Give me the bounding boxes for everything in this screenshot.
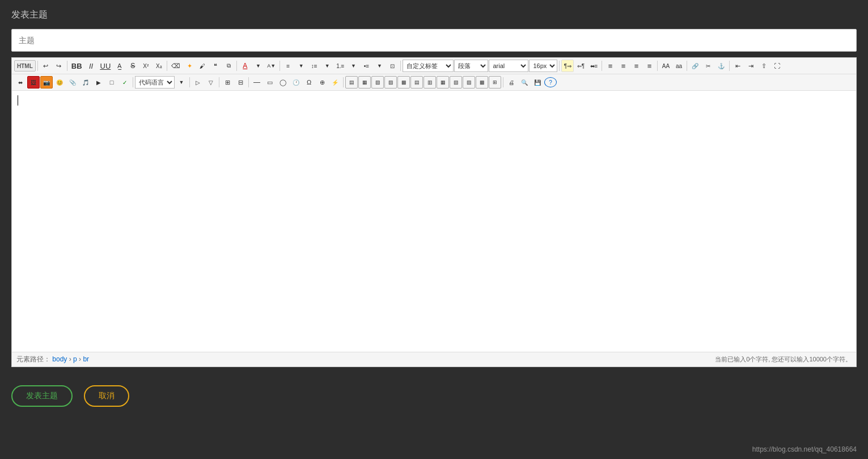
font-size-select[interactable]: 16px — [529, 60, 557, 72]
fullwidth-justify[interactable]: ⬌≡ — [587, 60, 600, 72]
html-mode-button[interactable]: HTML — [14, 60, 36, 71]
circle-button[interactable]: ◯ — [277, 76, 289, 89]
list-ul-button[interactable]: •≡ — [360, 60, 372, 72]
table-btn-7[interactable]: ▥ — [424, 76, 436, 89]
attachment-button[interactable]: 📎 — [66, 76, 79, 89]
editor-body[interactable] — [12, 91, 856, 352]
table-btn-3[interactable]: ▧ — [371, 76, 384, 89]
emoji-button[interactable]: 😊 — [53, 76, 66, 89]
table-btn-10[interactable]: ▨ — [463, 76, 475, 89]
font-bg-button[interactable]: A▼ — [265, 60, 278, 72]
align-horiz-button[interactable]: ⬌ — [14, 76, 27, 89]
subscript-button[interactable]: X₂ — [153, 60, 165, 72]
table-ops-button[interactable]: ⊟ — [234, 76, 247, 89]
custom-tag-select[interactable]: 自定义标签 — [403, 60, 454, 72]
sep-r2-5 — [343, 77, 344, 87]
list-ol-dropdown[interactable]: ▼ — [347, 60, 359, 72]
indent-right-button[interactable]: ⇥ — [744, 60, 757, 72]
strikethrough-button[interactable]: S — [126, 60, 139, 72]
ltr-button[interactable]: ¶⇒ — [561, 60, 574, 72]
copy-format-button[interactable]: ⧉ — [222, 60, 235, 72]
align-left-button[interactable]: ≡ — [604, 60, 616, 72]
underline-button[interactable]: U — [98, 60, 113, 72]
upload-image-button[interactable]: 📷 — [40, 76, 53, 89]
list-ul-dropdown[interactable]: ▼ — [373, 60, 386, 72]
magic-button[interactable]: ✦ — [183, 60, 196, 72]
check-button[interactable]: ✓ — [118, 76, 131, 89]
rtl-button[interactable]: ⇐¶ — [574, 60, 587, 72]
font-color-button[interactable]: A — [239, 60, 251, 72]
flash2-btn[interactable]: ⚡ — [329, 76, 341, 89]
find-button[interactable]: ⊡ — [386, 60, 399, 72]
hr-button[interactable]: — — [251, 76, 263, 89]
table-btn-5[interactable]: ▩ — [397, 76, 410, 89]
format-aa2-button[interactable]: aa — [672, 60, 685, 72]
table-btn-11[interactable]: ▩ — [476, 76, 488, 89]
table-btn-12[interactable]: ⊞ — [489, 76, 501, 89]
list-ol-button[interactable]: 1.≡ — [334, 60, 346, 72]
insert-image-button[interactable]: 🖼 — [27, 76, 40, 89]
code-lang-dropdown[interactable]: ▼ — [175, 76, 188, 89]
save-btn[interactable]: 💾 — [531, 76, 544, 89]
char-count: 当前已输入0个字符, 您还可以输入10000个字符。 — [715, 355, 852, 364]
outdent-button[interactable]: ⇧ — [757, 60, 770, 72]
link-button[interactable]: 🔗 — [689, 60, 701, 72]
box-button[interactable]: ▭ — [264, 76, 276, 89]
paragraph-dropdown-btn[interactable]: ▼ — [295, 60, 307, 72]
media-btn[interactable]: ⊕ — [316, 76, 328, 89]
time-button[interactable]: 🕐 — [290, 76, 302, 89]
breadcrumb-p[interactable]: p — [73, 355, 77, 363]
line-height-button[interactable]: ↕≡ — [308, 60, 320, 72]
paintbrush-button[interactable]: 🖌 — [196, 60, 209, 72]
superscript-button[interactable]: X² — [139, 60, 152, 72]
table-btn-6[interactable]: ▤ — [410, 76, 423, 89]
omega-button[interactable]: Ω — [303, 76, 315, 89]
table-btn-1[interactable]: ▤ — [345, 76, 358, 89]
zoom-btn[interactable]: 🔍 — [518, 76, 531, 89]
align-right-button[interactable]: ≡ — [630, 60, 642, 72]
table-btn-9[interactable]: ▧ — [450, 76, 462, 89]
subject-field-wrapper — [11, 29, 857, 52]
eraser-button[interactable]: ⌫ — [169, 60, 183, 72]
btn-r2-2[interactable]: ▽ — [205, 76, 217, 89]
flash-button[interactable]: □ — [105, 76, 118, 89]
font-style-button[interactable]: A̲ — [113, 60, 126, 72]
fullscreen-button[interactable]: ⛶ — [770, 60, 783, 72]
unlink-button[interactable]: ✂ — [702, 60, 714, 72]
audio-button[interactable]: 🎵 — [79, 76, 92, 89]
redo-button[interactable] — [53, 60, 65, 72]
align-justify-button[interactable]: ≡ — [643, 60, 655, 72]
submit-button[interactable]: 发表主题 — [11, 385, 73, 407]
bold-button[interactable]: B — [69, 60, 84, 72]
font-color-dropdown[interactable]: ▼ — [252, 60, 264, 72]
blockquote-button[interactable]: ❝ — [209, 60, 222, 72]
table-btn-2[interactable]: ▦ — [358, 76, 371, 89]
code-lang-select[interactable]: 代码语言 — [135, 76, 175, 89]
sep-7 — [559, 61, 560, 71]
subject-input[interactable] — [19, 36, 849, 45]
insert-table-button[interactable]: ⊞ — [221, 76, 234, 89]
breadcrumb-body[interactable]: body — [52, 355, 67, 363]
toolbar-row-1: HTML B I U A̲ S X² X₂ ⌫ ✦ 🖌 ❝ ⧉ A ▼ A▼ — [12, 58, 856, 74]
text-cursor — [18, 95, 18, 106]
font-family-select[interactable]: arial — [489, 60, 528, 72]
line-height-dropdown[interactable]: ▼ — [321, 60, 333, 72]
video-button[interactable]: ▶ — [92, 76, 105, 89]
breadcrumb-br[interactable]: br — [83, 355, 89, 363]
table-btn-8[interactable]: ▦ — [437, 76, 449, 89]
table-btn-4[interactable]: ▨ — [384, 76, 397, 89]
indent-left-button[interactable]: ⇤ — [731, 60, 744, 72]
print-btn[interactable]: 🖨 — [505, 76, 518, 89]
cancel-button[interactable]: 取消 — [84, 385, 129, 407]
italic-button[interactable]: I — [85, 60, 98, 72]
anchor-button[interactable]: ⚓ — [715, 60, 727, 72]
undo-button[interactable] — [40, 60, 52, 72]
breadcrumb-label: 元素路径： — [16, 355, 50, 363]
btn-r2-1[interactable]: ▷ — [192, 76, 204, 89]
format-aa-button[interactable]: AA — [659, 60, 672, 72]
paragraph-indent-button[interactable]: ≡ — [282, 60, 294, 72]
block-select[interactable]: 段落 — [454, 60, 488, 72]
sep-r2-4 — [248, 77, 249, 87]
align-center-button[interactable]: ≡ — [617, 60, 629, 72]
help-btn[interactable]: ? — [544, 77, 557, 87]
